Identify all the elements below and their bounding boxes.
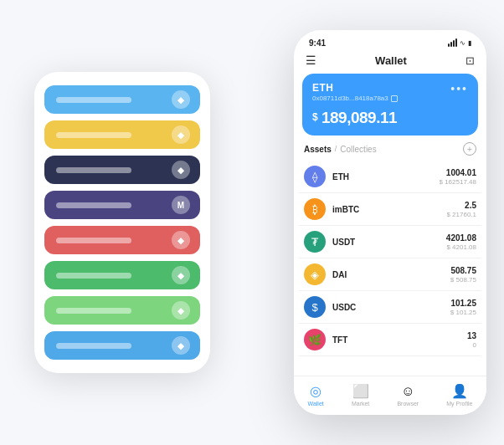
status-icons: ∿ ▮ xyxy=(448,38,471,47)
card-icon: ◆ xyxy=(172,336,190,355)
nav-title: Wallet xyxy=(375,54,407,67)
asset-name: USDT xyxy=(332,238,446,247)
nav-icon-wallet: ◎ xyxy=(310,383,321,399)
card-icon: ◆ xyxy=(172,231,190,249)
card-icon: ◆ xyxy=(172,90,190,109)
asset-amount-main: 4201.08 xyxy=(446,233,476,243)
top-nav: ☰ Wallet ⊡ xyxy=(294,49,486,70)
card-line xyxy=(56,97,131,103)
asset-amounts: 2.5$ 21760.1 xyxy=(446,201,476,218)
asset-item[interactable]: $USDC101.25$ 101.25 xyxy=(299,291,481,324)
card-row[interactable]: M xyxy=(44,191,200,219)
card-line xyxy=(56,202,131,208)
scan-icon[interactable]: ⊡ xyxy=(465,54,475,67)
asset-amount-main: 101.25 xyxy=(450,299,476,308)
asset-icon: $ xyxy=(304,296,326,318)
asset-icon: ◈ xyxy=(304,263,326,285)
card-row[interactable]: ◆ xyxy=(44,85,200,114)
asset-icon: 🌿 xyxy=(304,329,326,350)
nav-label-browser: Browser xyxy=(397,401,419,407)
asset-amount-usd: $ 21760.1 xyxy=(446,211,476,218)
asset-name: USDC xyxy=(332,303,450,312)
status-time: 9:41 xyxy=(309,38,326,48)
asset-amounts: 4201.08$ 4201.08 xyxy=(446,233,476,251)
eth-address: 0x08711d3b...8418a78a3 xyxy=(312,95,398,102)
asset-amounts: 101.25$ 101.25 xyxy=(450,299,476,316)
card-row[interactable]: ◆ xyxy=(44,261,200,289)
asset-item[interactable]: 🌿TFT130 xyxy=(299,324,481,356)
card-line xyxy=(56,308,131,314)
card-icon: M xyxy=(172,196,190,214)
eth-more-icon[interactable]: ••• xyxy=(450,82,468,95)
status-bar: 9:41 ∿ ▮ xyxy=(294,30,486,49)
wifi-icon: ∿ xyxy=(460,39,465,47)
scene: ◆◆◆M◆◆◆◆ 9:41 ∿ ▮ ☰ Wallet ⊡ xyxy=(9,9,495,436)
asset-name: TFT xyxy=(332,335,467,345)
asset-amount-usd: $ 162517.48 xyxy=(440,178,477,186)
asset-amounts: 130 xyxy=(467,331,476,349)
card-line xyxy=(56,343,131,349)
collectibles-tab[interactable]: Collecties xyxy=(340,145,376,154)
nav-item-my-profile[interactable]: 👤My Profile xyxy=(446,383,472,407)
asset-name: imBTC xyxy=(332,205,446,214)
asset-amount-usd: $ 508.75 xyxy=(450,276,476,284)
eth-balance-value: 189,089.11 xyxy=(321,109,397,126)
asset-amount-main: 1004.01 xyxy=(440,168,477,177)
phone-back: ◆◆◆M◆◆◆◆ xyxy=(34,72,210,373)
asset-item[interactable]: ◈DAI508.75$ 508.75 xyxy=(299,258,481,291)
card-row[interactable]: ◆ xyxy=(44,120,200,149)
asset-amount-usd: $ 101.25 xyxy=(450,309,476,316)
asset-item[interactable]: ₮USDT4201.08$ 4201.08 xyxy=(299,226,481,258)
asset-item[interactable]: ⟠ETH1004.01$ 162517.48 xyxy=(299,161,481,193)
nav-icon-my-profile: 👤 xyxy=(451,383,468,399)
assets-tab-active[interactable]: Assets xyxy=(304,145,332,154)
asset-amount-main: 13 xyxy=(467,331,476,340)
nav-item-market[interactable]: ⬜Market xyxy=(352,383,369,407)
card-row[interactable]: ◆ xyxy=(44,226,200,254)
asset-name: DAI xyxy=(332,270,450,279)
nav-icon-market: ⬜ xyxy=(352,383,369,399)
asset-amount-usd: 0 xyxy=(467,341,476,349)
eth-balance: $ 189,089.11 xyxy=(312,109,468,127)
asset-icon: ⟠ xyxy=(304,166,326,187)
asset-amount-main: 2.5 xyxy=(446,201,476,210)
nav-item-wallet[interactable]: ◎Wallet xyxy=(308,383,324,407)
card-row[interactable]: ◆ xyxy=(44,156,200,184)
assets-tab-sep: / xyxy=(335,145,337,153)
asset-amount-main: 508.75 xyxy=(450,266,476,275)
menu-icon[interactable]: ☰ xyxy=(306,54,316,67)
card-icon: ◆ xyxy=(172,266,190,284)
asset-amount-usd: $ 4201.08 xyxy=(446,243,476,251)
nav-item-browser[interactable]: ☺Browser xyxy=(397,384,419,407)
card-icon: ◆ xyxy=(172,301,190,320)
asset-icon: ₮ xyxy=(304,231,326,253)
copy-icon[interactable] xyxy=(391,95,398,102)
eth-currency-symbol: $ xyxy=(312,111,317,123)
nav-icon-browser: ☺ xyxy=(401,384,414,399)
asset-amounts: 508.75$ 508.75 xyxy=(450,266,476,284)
nav-label-wallet: Wallet xyxy=(308,401,324,407)
eth-card: ETH 0x08711d3b...8418a78a3 ••• $ 189,089… xyxy=(302,74,478,136)
asset-list: ⟠ETH1004.01$ 162517.48₿imBTC2.5$ 21760.1… xyxy=(294,161,486,376)
battery-icon: ▮ xyxy=(468,39,471,47)
card-icon: ◆ xyxy=(172,161,190,179)
asset-amounts: 1004.01$ 162517.48 xyxy=(440,168,477,186)
card-line xyxy=(56,238,131,243)
card-line xyxy=(56,273,131,279)
card-icon: ◆ xyxy=(172,125,190,144)
card-line xyxy=(56,167,131,173)
asset-item[interactable]: ₿imBTC2.5$ 21760.1 xyxy=(299,193,481,226)
asset-icon: ₿ xyxy=(304,198,326,220)
card-row[interactable]: ◆ xyxy=(44,296,200,325)
phone-front: 9:41 ∿ ▮ ☰ Wallet ⊡ ETH xyxy=(294,30,486,415)
nav-label-market: Market xyxy=(352,401,369,407)
eth-label: ETH xyxy=(312,82,398,94)
card-row[interactable]: ◆ xyxy=(44,331,200,360)
card-line xyxy=(56,132,131,138)
signal-icon xyxy=(448,38,457,47)
assets-header: Assets / Collecties + xyxy=(294,142,486,161)
assets-tabs: Assets / Collecties xyxy=(304,145,377,154)
add-asset-button[interactable]: + xyxy=(463,142,476,156)
eth-card-header: ETH 0x08711d3b...8418a78a3 ••• xyxy=(312,82,468,102)
nav-label-my-profile: My Profile xyxy=(446,401,472,407)
